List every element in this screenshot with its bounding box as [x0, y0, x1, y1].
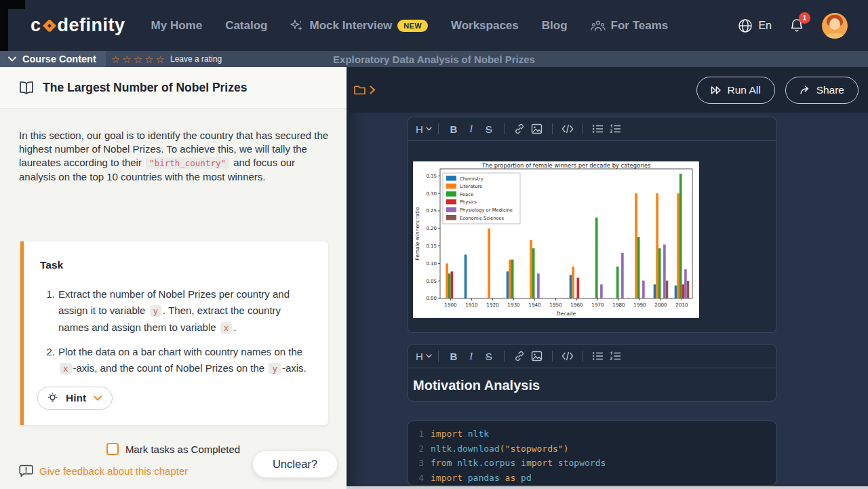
heading-format-button[interactable]: H [416, 123, 432, 135]
strikethrough-button[interactable]: S [480, 347, 498, 365]
code-button[interactable] [559, 347, 576, 365]
svg-text:1920: 1920 [486, 302, 499, 308]
markdown-toolbar: H B I S [408, 345, 776, 368]
top-navbar: c definity My Home Catalog Mock Intervie… [0, 0, 868, 51]
notifications-button[interactable]: 1 [789, 18, 804, 34]
star-icon[interactable]: ☆ [111, 54, 120, 64]
image-button[interactable] [528, 120, 546, 138]
lesson-body: In this section, our goal is to identify… [0, 109, 347, 488]
strikethrough-button[interactable]: S [480, 120, 498, 138]
numbered-list-button[interactable] [607, 120, 625, 138]
language-label: En [758, 20, 772, 32]
chevron-down-icon [8, 56, 16, 62]
user-avatar[interactable] [822, 13, 848, 39]
svg-text:Decade: Decade [557, 311, 576, 317]
link-button[interactable] [511, 347, 528, 365]
chevron-down-icon [426, 127, 432, 131]
svg-text:1970: 1970 [591, 302, 604, 308]
horizontal-scrollbar[interactable] [347, 486, 868, 489]
image-icon [531, 123, 542, 134]
code-line: 5import matplotlib.pyplot as plt [414, 485, 770, 486]
nav-item-blog[interactable]: Blog [542, 19, 568, 33]
heading-format-button[interactable]: H [416, 351, 432, 362]
svg-text:2000: 2000 [654, 302, 667, 308]
svg-text:1990: 1990 [633, 302, 646, 308]
italic-button[interactable]: I [462, 347, 480, 365]
rating-stars[interactable]: ☆ ☆ ☆ ☆ ☆ Leave a rating [111, 54, 222, 64]
code-editor[interactable]: 1import nltk2nltk.download("stopwords")3… [408, 421, 776, 486]
link-button[interactable] [511, 120, 528, 138]
code-cell[interactable]: 1import nltk2nltk.download("stopwords")3… [407, 420, 777, 486]
lesson-header: The Largest Number of Nobel Prizes [0, 67, 347, 109]
svg-text:0.30: 0.30 [426, 191, 437, 197]
image-button[interactable] [528, 347, 546, 365]
hint-button[interactable]: Hint [37, 387, 113, 410]
bullet-list-icon [592, 124, 604, 134]
svg-text:0.10: 0.10 [426, 261, 437, 267]
task-list: 1. Extract the number of Nobel Prizes pe… [40, 286, 312, 377]
new-badge: NEW [397, 20, 428, 32]
star-icon[interactable]: ☆ [134, 54, 142, 64]
nav-item-for-teams[interactable]: For Teams [591, 19, 669, 33]
share-button[interactable]: Share [785, 77, 859, 104]
svg-text:Physics: Physics [460, 199, 477, 205]
unclear-button[interactable]: Unclear? [253, 451, 337, 477]
star-icon[interactable]: ☆ [122, 54, 131, 64]
svg-text:Literature: Literature [460, 184, 482, 189]
language-selector[interactable]: En [738, 18, 772, 33]
run-all-button[interactable]: Run All [696, 77, 775, 104]
svg-text:2010: 2010 [675, 302, 688, 308]
code-line: 4import pandas as pd [414, 471, 770, 486]
bold-button[interactable]: B [445, 120, 462, 138]
bullet-list-icon [592, 351, 604, 361]
bullet-list-button[interactable] [589, 120, 607, 138]
svg-text:Female winners ratio: Female winners ratio [414, 207, 420, 260]
codefinity-logo[interactable]: c definity [31, 15, 125, 36]
chevron-right-icon [370, 85, 376, 94]
star-icon[interactable]: ☆ [144, 54, 153, 64]
file-tree-toggle[interactable] [353, 84, 376, 96]
navbar-right: En 1 [738, 13, 848, 39]
task-item: 2. Plot the data on a bar chart with cou… [40, 344, 312, 377]
logo-diamond-icon [42, 18, 57, 34]
course-bar: Exploratory Data Analysis of Nobel Prize… [0, 51, 868, 67]
svg-text:1950: 1950 [549, 302, 562, 308]
logo-text-post: definity [58, 15, 125, 36]
book-icon [19, 81, 34, 94]
svg-text:Economic Sciences: Economic Sciences [460, 216, 504, 221]
nav-item-catalog[interactable]: Catalog [225, 19, 267, 33]
svg-text:1900: 1900 [444, 302, 457, 308]
code-line: 2nltk.download("stopwords") [414, 442, 770, 456]
numbered-list-icon [610, 351, 621, 361]
chevron-down-icon [426, 354, 432, 358]
lightbulb-icon [47, 392, 58, 404]
bold-button[interactable]: B [445, 347, 462, 365]
feedback-bubble-icon [19, 465, 33, 477]
feedback-link[interactable]: Give feedback about this chapter [19, 465, 188, 477]
lesson-intro: In this section, our goal is to identify… [0, 109, 347, 184]
rating-label: Leave a rating [170, 54, 222, 64]
course-content-toggle[interactable]: Course Content [0, 51, 106, 67]
nav-item-mock-interview[interactable]: Mock Interview NEW [290, 19, 427, 33]
code-button[interactable] [559, 120, 576, 138]
svg-text:1980: 1980 [612, 302, 625, 308]
star-icon[interactable]: ☆ [156, 54, 165, 64]
link-icon [514, 351, 525, 361]
nav-item-workspaces[interactable]: Workspaces [451, 19, 519, 33]
italic-button[interactable]: I [462, 120, 480, 138]
notebook-panel: Run All Share H [347, 67, 868, 489]
markdown-heading[interactable]: Motivation Analysis [408, 368, 776, 393]
lesson-panel: The Largest Number of Nobel Prizes In th… [0, 67, 347, 489]
bullet-list-button[interactable] [589, 347, 607, 365]
mark-completed-checkbox[interactable] [106, 443, 119, 455]
folder-icon [353, 84, 366, 96]
svg-text:Physiology or Medicine: Physiology or Medicine [460, 208, 513, 213]
nav-item-my-home[interactable]: My Home [151, 19, 203, 33]
markdown-cell-heading: H B I S [407, 344, 777, 402]
page-title: The Largest Number of Nobel Prizes [43, 81, 247, 95]
numbered-list-button[interactable] [607, 347, 625, 365]
svg-text:0.20: 0.20 [426, 226, 437, 231]
link-icon [514, 123, 525, 134]
task-heading: Task [40, 259, 312, 271]
svg-text:Peace: Peace [460, 192, 473, 197]
